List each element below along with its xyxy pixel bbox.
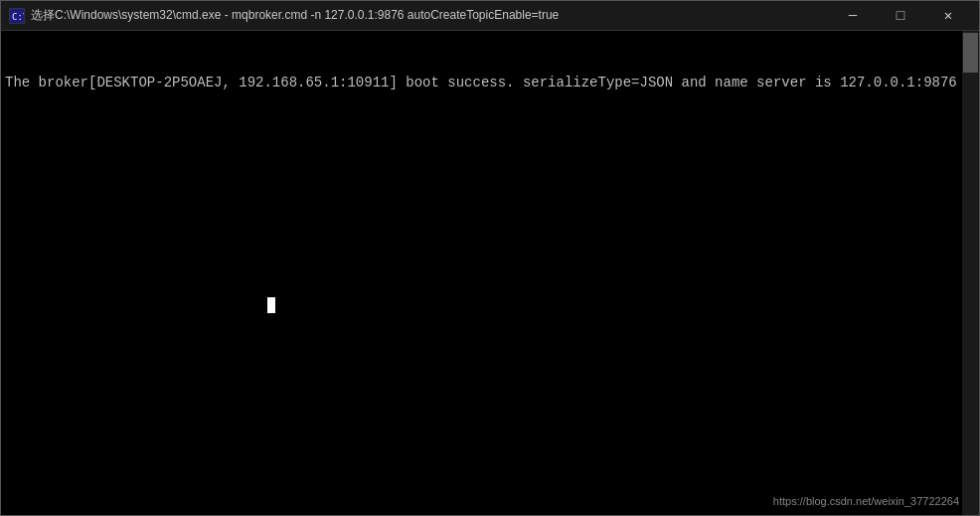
- console-line-1: The broker[DESKTOP-2P5OAEJ, 192.168.65.1…: [5, 74, 975, 93]
- maximize-button[interactable]: □: [878, 1, 923, 31]
- cmd-window: C:\ 选择C:\Windows\system32\cmd.exe - mqbr…: [0, 0, 980, 516]
- window-title: 选择C:\Windows\system32\cmd.exe - mqbroker…: [31, 7, 559, 24]
- cursor: [267, 297, 275, 313]
- console-output: The broker[DESKTOP-2P5OAEJ, 192.168.65.1…: [1, 31, 979, 132]
- scrollbar-thumb[interactable]: [963, 33, 978, 73]
- cmd-icon: C:\: [9, 8, 25, 24]
- console-body[interactable]: The broker[DESKTOP-2P5OAEJ, 192.168.65.1…: [1, 31, 979, 515]
- window-controls: ─ □ ✕: [830, 1, 971, 31]
- scrollbar-vertical[interactable]: [962, 31, 979, 515]
- svg-text:C:\: C:\: [12, 12, 24, 22]
- minimize-button[interactable]: ─: [830, 1, 876, 31]
- title-bar-left: C:\ 选择C:\Windows\system32\cmd.exe - mqbr…: [9, 7, 559, 24]
- watermark: https://blog.csdn.net/weixin_37722264: [773, 495, 959, 507]
- title-bar: C:\ 选择C:\Windows\system32\cmd.exe - mqbr…: [1, 1, 979, 31]
- close-button[interactable]: ✕: [925, 1, 971, 31]
